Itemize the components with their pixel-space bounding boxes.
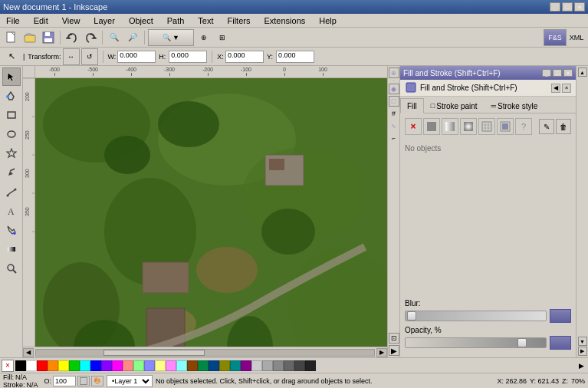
pattern-fill-btn[interactable] bbox=[478, 118, 495, 135]
color-swatch-magenta[interactable] bbox=[112, 360, 123, 371]
scroll-left-btn[interactable]: ◀ bbox=[23, 348, 34, 357]
zoom-fit-btn[interactable]: ⊡ bbox=[389, 333, 399, 344]
tab-stroke-style[interactable]: ═ Stroke style bbox=[485, 98, 545, 113]
grid-button[interactable]: ⊞ bbox=[214, 29, 231, 46]
color-swatch-lightcyan[interactable] bbox=[176, 360, 187, 371]
palette-scroll-right[interactable]: ▶ bbox=[577, 362, 586, 370]
close-button[interactable]: × bbox=[574, 2, 585, 12]
color-swatch-darkgray[interactable] bbox=[294, 360, 305, 371]
menu-help[interactable]: Help bbox=[316, 15, 340, 26]
color-swatch-white[interactable] bbox=[26, 360, 37, 371]
panel-float-btn[interactable]: □ bbox=[553, 69, 562, 77]
color-swatch-maroon[interactable] bbox=[241, 360, 251, 371]
panel-inner-close-btn[interactable]: × bbox=[562, 84, 571, 93]
no-fill-btn[interactable]: × bbox=[405, 118, 422, 135]
panel-minimize-btn[interactable]: _ bbox=[542, 69, 551, 77]
menu-filters[interactable]: Filters bbox=[225, 15, 254, 26]
color-swatch-orange[interactable] bbox=[48, 360, 58, 371]
pencil-tool[interactable] bbox=[2, 163, 21, 182]
new-button[interactable] bbox=[3, 29, 20, 46]
undo-button[interactable] bbox=[64, 29, 80, 46]
snap-corner-btn[interactable]: ⌐ bbox=[389, 133, 399, 143]
color-swatch-gray3[interactable] bbox=[284, 360, 294, 371]
color-swatch-verydarkgray[interactable] bbox=[305, 360, 316, 371]
no-color-swatch[interactable]: × bbox=[2, 360, 14, 372]
color-swatch-lightgreen[interactable] bbox=[133, 360, 144, 371]
xml-editor-button[interactable]: XML bbox=[568, 29, 585, 46]
color-swatch-darkgreen[interactable] bbox=[198, 360, 209, 371]
snap-grid-btn[interactable]: # bbox=[389, 108, 399, 119]
color-swatch-darkblue[interactable] bbox=[209, 360, 219, 371]
save-button[interactable] bbox=[40, 29, 57, 46]
paint-bucket-tool[interactable] bbox=[2, 221, 21, 239]
snap-bbox-btn[interactable]: □ bbox=[389, 96, 399, 107]
tab-stroke-paint[interactable]: □ Stroke paint bbox=[424, 98, 485, 113]
layer-select[interactable]: •Layer 1 bbox=[107, 375, 153, 387]
zoom-canvas-right-btn[interactable]: ▶ bbox=[389, 345, 399, 356]
color-swatch-lightgray[interactable] bbox=[251, 360, 262, 371]
scroll-right-btn[interactable]: ▶ bbox=[376, 348, 387, 357]
menu-edit[interactable]: Edit bbox=[31, 15, 51, 26]
panel-scroll-up[interactable]: ▲ bbox=[578, 67, 587, 77]
transform-btn[interactable]: ↔ bbox=[63, 48, 80, 65]
color-swatch-black[interactable] bbox=[15, 360, 26, 371]
color-swatch-green[interactable] bbox=[69, 360, 80, 371]
swatch-fill-btn[interactable] bbox=[497, 118, 514, 135]
snap-button[interactable]: ⊕ bbox=[195, 29, 212, 46]
blur-value-btn[interactable] bbox=[550, 309, 571, 323]
minimize-button[interactable]: _ bbox=[550, 2, 560, 12]
pen-tool[interactable] bbox=[2, 182, 21, 201]
color-swatch-red[interactable] bbox=[37, 360, 48, 371]
tab-fill[interactable]: Fill bbox=[400, 98, 424, 113]
menu-path[interactable]: Path bbox=[164, 15, 188, 26]
color-swatch-olive[interactable] bbox=[219, 360, 230, 371]
color-swatch-brown[interactable] bbox=[187, 360, 198, 371]
selector-tool-btn[interactable]: ↖ bbox=[3, 48, 20, 65]
fill-delete-btn[interactable]: 🗑 bbox=[556, 119, 571, 134]
menu-view[interactable]: View bbox=[59, 15, 84, 26]
color-swatch-lightpink[interactable] bbox=[166, 360, 176, 371]
color-swatch-pink[interactable] bbox=[123, 360, 133, 371]
radial-gradient-btn[interactable] bbox=[460, 118, 477, 135]
menu-file[interactable]: File bbox=[3, 15, 23, 26]
fill-edit-btn[interactable]: ✎ bbox=[539, 119, 554, 134]
color-swatch-gray1[interactable] bbox=[262, 360, 273, 371]
rotate-btn[interactable]: ↺ bbox=[81, 48, 98, 65]
color-swatch-lightblue[interactable] bbox=[144, 360, 155, 371]
zoom-out-button[interactable]: 🔎 bbox=[124, 29, 141, 46]
opacity-slider-thumb[interactable] bbox=[517, 338, 527, 347]
star-tool[interactable] bbox=[2, 144, 21, 163]
panel-inner-expand-btn[interactable]: ◀ bbox=[551, 84, 560, 93]
rect-tool[interactable] bbox=[2, 106, 21, 124]
maximize-button[interactable]: □ bbox=[562, 2, 573, 12]
ellipse-tool[interactable] bbox=[2, 125, 21, 143]
panel-scroll-down[interactable]: ▼ bbox=[578, 337, 587, 346]
snap-enable-btn[interactable]: ⊕ bbox=[389, 67, 399, 78]
canvas-area[interactable] bbox=[35, 78, 387, 347]
redo-button[interactable] bbox=[82, 29, 99, 46]
color-swatch-blue[interactable] bbox=[90, 360, 101, 371]
gradient-tool[interactable] bbox=[2, 240, 21, 258]
flat-color-btn[interactable] bbox=[423, 118, 440, 135]
h-scrollbar-track[interactable] bbox=[35, 349, 375, 357]
blur-slider-thumb[interactable] bbox=[407, 311, 416, 321]
linear-gradient-btn[interactable] bbox=[442, 118, 458, 135]
menu-extensions[interactable]: Extensions bbox=[261, 15, 308, 26]
menu-object[interactable]: Object bbox=[126, 15, 156, 26]
panel-close-btn[interactable]: × bbox=[563, 69, 573, 77]
color-picker-btn[interactable]: 🎨 bbox=[91, 376, 103, 386]
zoom-in-button[interactable]: 🔍 bbox=[106, 29, 123, 46]
color-swatch-cyan[interactable] bbox=[80, 360, 90, 371]
zoom-tool[interactable] bbox=[2, 259, 21, 278]
node-tool[interactable] bbox=[2, 87, 21, 105]
fill-color-box[interactable] bbox=[77, 376, 90, 386]
blur-slider[interactable] bbox=[405, 311, 547, 321]
color-swatch-yellow[interactable] bbox=[58, 360, 69, 371]
open-button[interactable] bbox=[21, 29, 38, 46]
color-swatch-lightyellow[interactable] bbox=[155, 360, 166, 371]
panel-right-arrow[interactable]: ▶ bbox=[578, 347, 587, 356]
menu-layer[interactable]: Layer bbox=[90, 15, 118, 26]
select-tool[interactable] bbox=[2, 67, 21, 86]
snap-path-btn[interactable]: ∿ bbox=[389, 120, 399, 131]
opacity-value-btn[interactable] bbox=[550, 336, 571, 350]
